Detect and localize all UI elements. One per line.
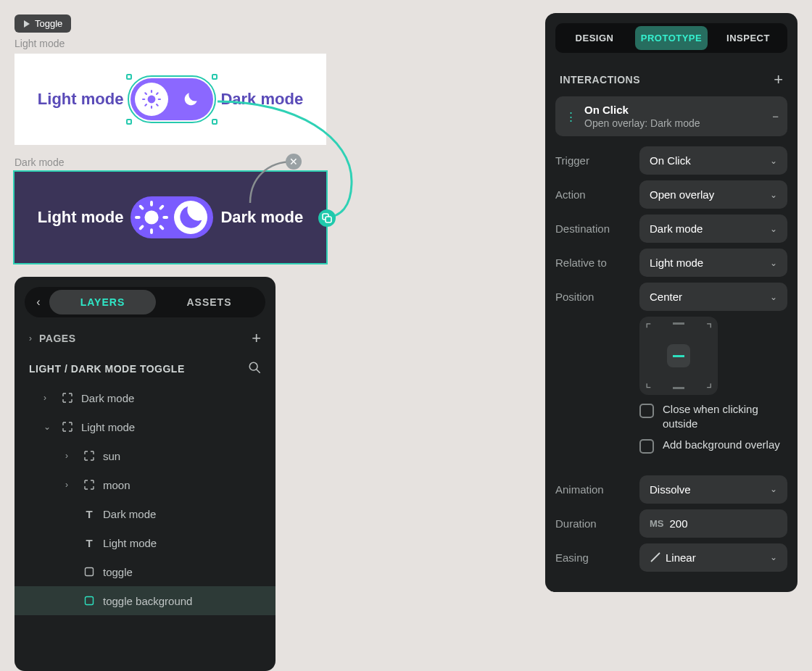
duration-row: Duration MS 200 [555,509,787,538]
linear-easing-icon [650,551,661,563]
interaction-subtitle: Open overlay: Dark mode [584,117,765,129]
collapse-icon[interactable]: − [772,110,779,122]
frame-light-mode[interactable]: Light mode Dark mode [14,54,326,145]
layer-row-light-text[interactable]: › T Light mode [14,528,276,557]
svg-line-8 [146,104,147,106]
frame-dark-mode[interactable]: Light mode Dark mode [14,172,326,263]
drag-handle-icon[interactable]: ⋮ [564,110,577,123]
prototype-panel: DESIGN PROTOTYPE INSPECT INTERACTIONS + … [545,13,798,592]
svg-rect-23 [86,568,94,576]
chevron-down-icon: ⌄ [770,190,777,200]
easing-row: Easing Linear ⌄ [555,543,787,572]
bg-overlay-checkbox[interactable]: Add background overlay [639,438,787,454]
light-mode-text: Light mode [38,90,124,109]
layer-name: toggle background [103,595,192,607]
toggle-component-dark[interactable] [130,196,213,238]
add-interaction-button[interactable]: + [774,70,783,89]
sun-icon [135,201,168,234]
tab-design[interactable]: DESIGN [558,26,631,50]
prototype-node-icon[interactable] [318,209,336,227]
flow-start-button[interactable]: Toggle [14,14,71,33]
layer-row-sun[interactable]: › sun [14,441,276,470]
panel-tabs: ‹ LAYERS ASSETS [25,287,265,317]
animation-label: Animation [555,483,632,496]
position-row: Position Center⌄ [555,283,787,311]
layer-row-toggle[interactable]: › toggle [14,557,276,586]
svg-point-10 [145,210,159,224]
pages-section[interactable]: › PAGES + [14,317,276,354]
rect-icon [83,565,96,578]
destination-label: Destination [555,222,632,235]
frame-icon [83,449,96,462]
selection-handle[interactable] [212,74,218,80]
selection-handle[interactable] [126,74,132,80]
layer-row-dark-text[interactable]: › T Dark mode [14,499,276,528]
duration-unit: MS [650,518,664,529]
selection-handle[interactable] [212,119,218,125]
position-label: Position [555,291,632,303]
easing-label: Easing [555,551,632,564]
tab-layers[interactable]: LAYERS [49,290,156,314]
layer-row-dark-mode[interactable]: › Dark mode [14,383,276,412]
interaction-card[interactable]: ⋮ On Click Open overlay: Dark mode − [555,96,787,136]
frame-label-dark[interactable]: Dark mode [14,157,64,168]
layer-name: Dark mode [81,392,134,404]
dark-mode-text: Dark mode [220,208,303,227]
moon-icon [174,83,207,116]
position-select[interactable]: Center⌄ [639,283,787,311]
layers-panel: ‹ LAYERS ASSETS › PAGES + LIGHT / DARK M… [14,277,276,671]
inspector-tabs: DESIGN PROTOTYPE INSPECT [555,23,787,53]
chevron-down-icon: ⌄ [770,484,777,494]
svg-line-6 [146,93,147,94]
layer-row-toggle-bg[interactable]: › toggle background [14,586,276,615]
page-title[interactable]: LIGHT / DARK MODE TOGGLE [29,363,185,375]
layer-row-moon[interactable]: › moon [14,470,276,499]
svg-line-7 [157,104,158,106]
play-icon [23,20,30,28]
tab-inspect[interactable]: INSPECT [712,26,784,50]
tab-assets[interactable]: ASSETS [156,290,262,314]
chevron-down-icon: ⌄ [770,224,777,234]
interactions-label: INTERACTIONS [560,74,640,86]
back-button[interactable]: ‹ [28,296,49,309]
checkbox-label: Close when clicking outside [663,402,787,432]
layer-name: Dark mode [103,508,156,520]
tab-prototype[interactable]: PROTOTYPE [635,26,708,50]
svg-rect-20 [326,217,331,222]
search-icon[interactable] [248,361,261,376]
animation-select[interactable]: Dissolve⌄ [639,475,787,504]
frame-icon [61,391,74,404]
selection-handle[interactable] [126,119,132,125]
frame-label-light[interactable]: Light mode [14,38,65,49]
trigger-label: Trigger [555,154,632,167]
position-center-button[interactable] [667,344,690,367]
chevron-down-icon: ⌄ [770,552,777,562]
duration-input[interactable]: MS 200 [639,509,787,538]
add-page-button[interactable]: + [252,329,261,348]
layer-name: Light mode [81,421,135,433]
easing-select[interactable]: Linear ⌄ [639,543,787,572]
relative-to-select[interactable]: Light mode⌄ [639,249,787,277]
close-outside-checkbox[interactable]: Close when clicking outside [639,402,787,432]
chevron-down-icon: ⌄ [770,258,777,268]
remove-connection-icon[interactable]: ✕ [286,154,302,170]
layer-name: sun [103,450,120,462]
interaction-title: On Click [584,104,765,116]
action-select[interactable]: Open overlay⌄ [639,180,787,209]
layer-name: Light mode [103,537,157,549]
toggle-component-light[interactable] [130,78,213,120]
layer-name: moon [103,479,130,491]
destination-select[interactable]: Dark mode⌄ [639,214,787,243]
svg-line-17 [141,226,143,228]
svg-marker-0 [24,20,30,28]
trigger-select[interactable]: On Click⌄ [639,146,787,175]
chevron-down-icon: ⌄ [770,292,777,302]
flow-start-label: Toggle [35,18,62,29]
position-grid[interactable]: ⌜⌝ ⌞⌟ [639,317,718,395]
moon-icon [174,201,207,234]
animation-row: Animation Dissolve⌄ [555,475,787,504]
layer-row-light-mode[interactable]: ⌄ Light mode [14,412,276,441]
frame-icon [61,420,74,433]
rect-icon [83,594,96,607]
checkbox-icon [639,404,654,418]
